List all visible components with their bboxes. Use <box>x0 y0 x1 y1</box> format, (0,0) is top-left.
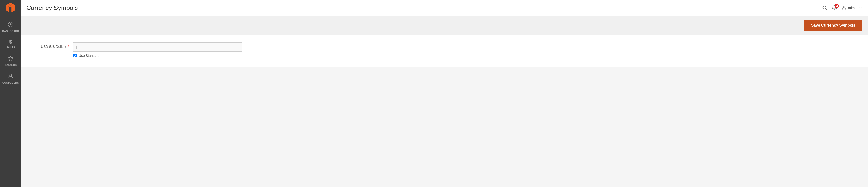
usd-form-row: USD (US Dollar) * Use Standard <box>30 43 858 57</box>
svg-point-4 <box>843 6 845 8</box>
search-icon <box>822 5 827 10</box>
use-standard-checkbox[interactable] <box>73 54 77 57</box>
dashboard-icon <box>8 22 13 28</box>
svg-point-1 <box>10 24 11 25</box>
sidebar-item-customers-label: CUSTOMERS <box>2 81 19 84</box>
admin-user-menu[interactable]: admin <box>841 5 862 10</box>
sidebar-logo <box>0 0 21 16</box>
sidebar-item-sales-label: SALES <box>6 46 15 49</box>
currency-symbols-form: USD (US Dollar) * Use Standard <box>21 35 868 68</box>
chevron-down-icon <box>859 6 862 9</box>
search-button[interactable] <box>822 5 827 10</box>
usd-label: USD (US Dollar) * <box>30 43 69 49</box>
sidebar-item-sales[interactable]: $ SALES <box>0 36 21 52</box>
catalog-icon <box>8 56 13 62</box>
notifications-button[interactable]: 12 <box>832 5 837 10</box>
usd-symbol-input[interactable] <box>73 43 242 52</box>
sidebar-item-dashboard-label: DASHBOARD <box>2 30 19 32</box>
page-header: Currency Symbols 12 a <box>21 0 868 16</box>
page-toolbar: Save Currency Symbols <box>21 16 868 35</box>
use-standard-label[interactable]: Use Standard <box>79 54 99 57</box>
header-actions: 12 admin <box>822 5 862 10</box>
sidebar-item-customers[interactable]: CUSTOMERS <box>0 70 21 87</box>
sidebar-navigation: DASHBOARD $ SALES CATALOG CUSTOMERS <box>0 18 21 87</box>
use-standard-row: Use Standard <box>73 54 242 57</box>
user-icon <box>841 5 847 10</box>
notification-count: 12 <box>835 4 839 8</box>
main-content: Currency Symbols 12 a <box>21 0 868 187</box>
sidebar-item-catalog[interactable]: CATALOG <box>0 52 21 70</box>
required-indicator: * <box>68 45 69 49</box>
magento-logo-icon <box>5 3 16 13</box>
sales-icon: $ <box>9 39 12 45</box>
admin-username: admin <box>848 6 857 10</box>
sidebar-item-dashboard[interactable]: DASHBOARD <box>0 18 21 36</box>
page-title: Currency Symbols <box>26 4 78 11</box>
page-content: Save Currency Symbols USD (US Dollar) * … <box>21 16 868 187</box>
svg-point-2 <box>10 74 11 76</box>
usd-input-group: Use Standard <box>73 43 242 57</box>
customers-icon <box>8 73 13 80</box>
sidebar: DASHBOARD $ SALES CATALOG CUSTOMERS <box>0 0 21 187</box>
save-currency-symbols-button[interactable]: Save Currency Symbols <box>804 20 862 31</box>
sidebar-item-catalog-label: CATALOG <box>4 64 17 66</box>
